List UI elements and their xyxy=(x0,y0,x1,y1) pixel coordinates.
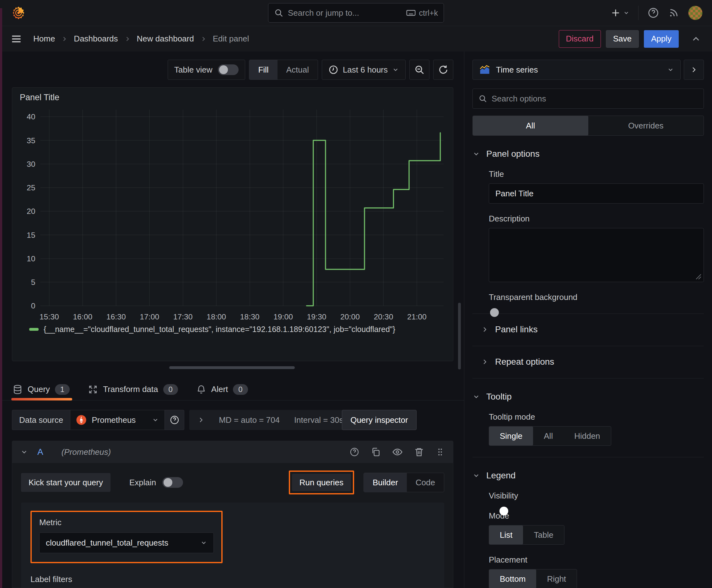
svg-text:10: 10 xyxy=(27,254,36,263)
query-inspector-button[interactable]: Query inspector xyxy=(342,410,416,430)
section-divider xyxy=(473,313,704,314)
section-divider xyxy=(473,346,704,346)
top-nav-bar: ctrl+k xyxy=(0,0,712,26)
trash-icon[interactable] xyxy=(414,447,424,457)
chart-legend[interactable]: {__name__="cloudflared_tunnel_total_requ… xyxy=(20,325,446,334)
breadcrumb-dashboards[interactable]: Dashboards xyxy=(74,34,118,44)
tooltip-mode-all[interactable]: All xyxy=(533,426,563,445)
resize-handle-icon[interactable] xyxy=(695,273,702,280)
breadcrumb-home[interactable]: Home xyxy=(33,34,55,44)
window-edge xyxy=(0,8,2,588)
svg-text:17:00: 17:00 xyxy=(140,313,159,321)
plus-icon xyxy=(610,8,621,18)
save-button[interactable]: Save xyxy=(606,30,639,48)
scrollbar-thumb[interactable] xyxy=(458,303,461,370)
legend-heading: Legend xyxy=(486,470,516,481)
eye-icon[interactable] xyxy=(392,447,403,457)
edit-pane: Table view Fill Actual Last 6 hours Pane… xyxy=(0,51,464,588)
query-row-header[interactable]: A (Prometheus) xyxy=(12,441,453,463)
explain-toggle[interactable] xyxy=(162,477,183,488)
legend-placement-switch: Bottom Right xyxy=(489,569,577,588)
time-series-viz-icon xyxy=(479,65,490,75)
tab-all[interactable]: All xyxy=(473,116,588,135)
bell-icon xyxy=(196,384,206,395)
news-rss-icon[interactable] xyxy=(668,7,679,19)
topbar-divider xyxy=(638,6,639,20)
legend-mode-list[interactable]: List xyxy=(489,525,523,544)
refresh-button[interactable] xyxy=(433,60,453,80)
code-option[interactable]: Code xyxy=(407,473,444,492)
run-queries-button[interactable]: Run queries xyxy=(292,474,351,491)
chevron-right-icon xyxy=(124,36,131,42)
all-overrides-tabs: All Overrides xyxy=(473,115,704,136)
legend-mode-label: Mode xyxy=(489,511,704,521)
datasource-help-button[interactable] xyxy=(165,410,184,430)
tab-alert[interactable]: Alert 0 xyxy=(196,378,248,400)
visualization-select[interactable]: Time series xyxy=(473,60,681,80)
tooltip-mode-single[interactable]: Single xyxy=(489,426,533,445)
duplicate-icon[interactable] xyxy=(371,447,381,457)
table-view-toggle[interactable] xyxy=(218,64,239,75)
time-range-picker[interactable]: Last 6 hours xyxy=(322,60,406,80)
tab-query[interactable]: Query 1 xyxy=(13,378,70,400)
legend-mode-table[interactable]: Table xyxy=(523,525,564,544)
apply-button[interactable]: Apply xyxy=(644,30,679,48)
breadcrumb-new-dashboard[interactable]: New dashboard xyxy=(137,34,194,44)
datasource-row: Data source Prometheus MD = auto = 704 I… xyxy=(12,410,464,430)
builder-option[interactable]: Builder xyxy=(364,473,407,492)
breadcrumb: Home Dashboards New dashboard Edit panel xyxy=(33,34,249,44)
tab-transform[interactable]: Transform data 0 xyxy=(88,378,178,400)
visualization-name: Time series xyxy=(496,65,538,75)
kick-start-button[interactable]: Kick start your query xyxy=(21,473,110,492)
viz-suggestions-button[interactable] xyxy=(684,60,704,80)
panel-title-input[interactable] xyxy=(489,184,704,204)
options-search-input[interactable] xyxy=(492,94,698,104)
chevron-down-icon[interactable] xyxy=(20,448,28,456)
title-label: Title xyxy=(489,169,704,179)
metric-label: Metric xyxy=(39,518,214,527)
metric-select[interactable]: cloudflared_tunnel_total_requests xyxy=(39,532,214,553)
repeat-options-section[interactable]: Repeat options xyxy=(473,357,704,367)
time-series-chart[interactable]: 051015202530354015:3016:0016:3017:0017:3… xyxy=(20,103,446,325)
discard-button[interactable]: Discard xyxy=(559,30,601,48)
svg-text:40: 40 xyxy=(27,112,36,121)
grafana-logo-icon[interactable] xyxy=(11,6,26,20)
datasource-name: Prometheus xyxy=(92,415,136,425)
legend-header[interactable]: Legend xyxy=(473,470,704,481)
svg-text:15:30: 15:30 xyxy=(40,313,59,321)
new-menu-button[interactable] xyxy=(610,8,629,18)
panel-links-section[interactable]: Panel links xyxy=(473,324,704,335)
legend-series-label: {__name__="cloudflared_tunnel_total_requ… xyxy=(44,325,395,334)
global-search[interactable]: ctrl+k xyxy=(268,3,444,23)
chevron-up-icon[interactable] xyxy=(691,34,701,44)
svg-text:5: 5 xyxy=(31,278,36,287)
drag-handle-icon[interactable] xyxy=(435,447,445,457)
legend-mode-switch: List Table xyxy=(489,525,564,545)
zoom-out-button[interactable] xyxy=(409,60,429,80)
tooltip-header[interactable]: Tooltip xyxy=(473,392,704,402)
table-view-label: Table view xyxy=(174,65,212,75)
transform-count-badge: 0 xyxy=(163,384,178,395)
user-avatar[interactable] xyxy=(688,6,703,20)
keyboard-icon xyxy=(406,8,416,18)
datasource-select[interactable]: Prometheus xyxy=(70,410,165,430)
help-icon[interactable] xyxy=(349,447,360,457)
breadcrumb-bar: Home Dashboards New dashboard Edit panel… xyxy=(0,26,712,51)
legend-placement-bottom[interactable]: Bottom xyxy=(489,569,536,588)
legend-series-swatch xyxy=(29,328,39,331)
actual-option[interactable]: Actual xyxy=(278,60,318,80)
panel-options-heading: Panel options xyxy=(486,149,540,159)
menu-toggle-icon[interactable] xyxy=(11,33,22,45)
pane-resize-handle[interactable] xyxy=(169,366,295,369)
options-search[interactable] xyxy=(473,89,704,109)
tooltip-heading: Tooltip xyxy=(486,392,512,402)
help-icon[interactable] xyxy=(647,7,659,19)
tab-query-label: Query xyxy=(28,384,50,394)
legend-placement-right[interactable]: Right xyxy=(536,569,577,588)
panel-options-header[interactable]: Panel options xyxy=(473,149,704,159)
search-input[interactable] xyxy=(288,8,402,18)
fill-option[interactable]: Fill xyxy=(249,60,277,80)
tooltip-mode-hidden[interactable]: Hidden xyxy=(563,426,610,445)
description-textarea[interactable] xyxy=(489,228,704,282)
tab-overrides[interactable]: Overrides xyxy=(588,116,704,135)
